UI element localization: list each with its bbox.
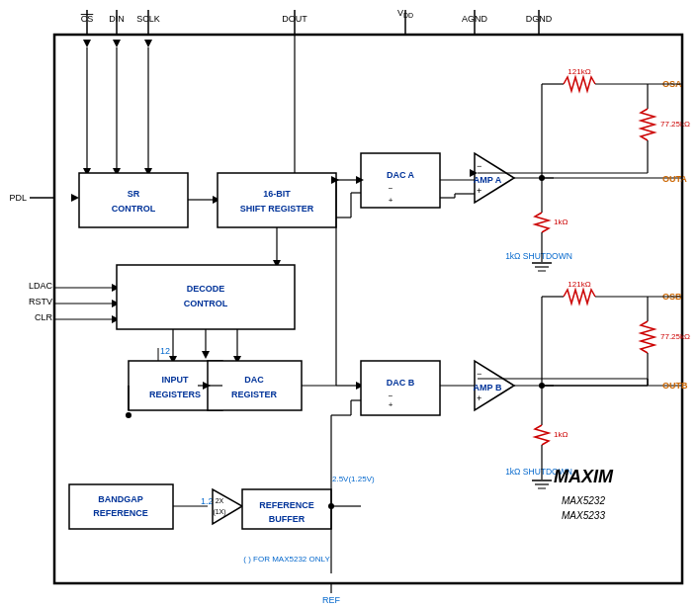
rstv-label: RSTV [29,297,52,306]
svg-text:−: − [389,392,394,400]
r5-label: 77.25kΩ [660,332,690,341]
svg-rect-84 [361,361,440,415]
dac-a-label: DAC A [387,170,415,180]
diagram-container: CS DIN SCLK DOUT VDD AGND DGND PDL LDAC … [0,0,700,610]
dac-reg-label2: REGISTER [231,390,278,399]
ref-buf-label: REFERENCE [259,500,314,510]
ref-label: REF [322,595,341,605]
maxim-logo: MAXIM [554,467,614,486]
svg-rect-29 [218,173,336,227]
svg-text:+: + [477,186,481,196]
note-label: ( ) FOR MAX5232 ONLY [243,555,330,564]
din-label: DIN [109,14,125,24]
outa-label: OUTA [662,174,687,184]
r3-label: 1kΩ [554,218,568,226]
svg-text:−: − [477,369,481,379]
amp-a-label: AMP A [474,175,502,185]
shift-reg-label2: SHIFT REGISTER [240,204,314,214]
decode-label2: CONTROL [184,299,228,308]
svg-text:+: + [477,393,481,403]
svg-rect-110 [69,484,173,529]
dac-reg-label: DAC [244,375,264,385]
svg-text:+: + [389,196,394,205]
gain-label2: (1X) [213,508,225,516]
r2-label: 77.25kΩ [660,120,690,129]
sclk-label: SCLK [136,14,160,24]
ref-buf-label2: BUFFER [269,514,306,524]
pdl-label: PDL [9,193,27,203]
agnd-label: AGND [462,14,488,24]
r1-label: 121kΩ [568,67,590,76]
svg-rect-48 [361,153,440,208]
max5233-label: MAX5233 [562,510,605,521]
svg-rect-33 [117,265,295,329]
shift-reg-label: 16-BIT [263,189,291,199]
decode-label: DECODE [187,284,225,294]
ldac-label: LDAC [29,281,53,291]
svg-rect-26 [79,173,188,227]
outb-label: OUTB [662,381,688,391]
sr-control-label: SR [128,189,140,199]
dac-b-label: DAC B [387,378,415,388]
shutdown-a-label: 1kΩ SHUTDOWN [505,251,572,261]
clr-label: CLR [35,312,53,322]
sr-control-label2: CONTROL [112,204,156,214]
dout-label: DOUT [282,14,307,24]
bandgap-label: BANDGAP [98,494,143,504]
r6-label: 1kΩ [554,430,568,439]
svg-point-45 [126,412,131,418]
max5232-label: MAX5232 [562,495,605,506]
v25-label: 2.5V(1.25V) [332,475,375,483]
svg-text:−: − [477,161,481,171]
svg-text:−: − [389,184,394,193]
bandgap-label2: REFERENCE [93,508,148,518]
gain-label: 2X [216,497,224,504]
dgnd-label: DGND [526,14,553,24]
cs-label: CS [81,14,94,24]
bit12-label: 12 [160,346,170,356]
input-reg-label2: REGISTERS [149,390,201,399]
amp-b-label: AMP B [474,383,502,392]
svg-text:+: + [389,400,394,409]
r4-label: 121kΩ [568,280,590,289]
input-reg-label: INPUT [162,375,190,385]
